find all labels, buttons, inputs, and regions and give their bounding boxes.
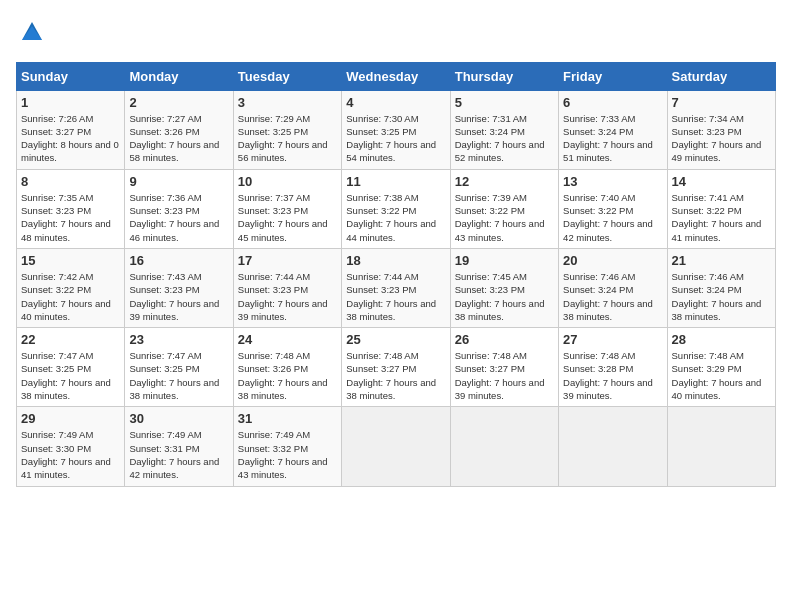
day-info: Sunrise: 7:42 AMSunset: 3:22 PMDaylight:… (21, 270, 120, 323)
calendar-day-cell: 15Sunrise: 7:42 AMSunset: 3:22 PMDayligh… (17, 248, 125, 327)
day-of-week-header: Wednesday (342, 62, 450, 90)
day-number: 18 (346, 253, 445, 268)
day-info: Sunrise: 7:34 AMSunset: 3:23 PMDaylight:… (672, 112, 771, 165)
calendar-week-row: 1Sunrise: 7:26 AMSunset: 3:27 PMDaylight… (17, 90, 776, 169)
calendar-day-cell: 13Sunrise: 7:40 AMSunset: 3:22 PMDayligh… (559, 169, 667, 248)
day-number: 24 (238, 332, 337, 347)
day-number: 6 (563, 95, 662, 110)
calendar-day-cell: 1Sunrise: 7:26 AMSunset: 3:27 PMDaylight… (17, 90, 125, 169)
day-number: 12 (455, 174, 554, 189)
calendar-day-cell: 22Sunrise: 7:47 AMSunset: 3:25 PMDayligh… (17, 328, 125, 407)
day-number: 30 (129, 411, 228, 426)
logo-icon (18, 16, 46, 44)
calendar-day-cell (450, 407, 558, 486)
day-info: Sunrise: 7:48 AMSunset: 3:28 PMDaylight:… (563, 349, 662, 402)
calendar-day-cell: 6Sunrise: 7:33 AMSunset: 3:24 PMDaylight… (559, 90, 667, 169)
day-number: 31 (238, 411, 337, 426)
day-number: 8 (21, 174, 120, 189)
day-info: Sunrise: 7:43 AMSunset: 3:23 PMDaylight:… (129, 270, 228, 323)
day-info: Sunrise: 7:38 AMSunset: 3:22 PMDaylight:… (346, 191, 445, 244)
svg-marker-1 (22, 26, 42, 40)
day-number: 9 (129, 174, 228, 189)
calendar-day-cell: 8Sunrise: 7:35 AMSunset: 3:23 PMDaylight… (17, 169, 125, 248)
day-info: Sunrise: 7:33 AMSunset: 3:24 PMDaylight:… (563, 112, 662, 165)
day-number: 16 (129, 253, 228, 268)
day-info: Sunrise: 7:39 AMSunset: 3:22 PMDaylight:… (455, 191, 554, 244)
day-info: Sunrise: 7:48 AMSunset: 3:26 PMDaylight:… (238, 349, 337, 402)
day-number: 13 (563, 174, 662, 189)
day-info: Sunrise: 7:29 AMSunset: 3:25 PMDaylight:… (238, 112, 337, 165)
day-info: Sunrise: 7:37 AMSunset: 3:23 PMDaylight:… (238, 191, 337, 244)
day-info: Sunrise: 7:48 AMSunset: 3:27 PMDaylight:… (346, 349, 445, 402)
calendar-day-cell: 11Sunrise: 7:38 AMSunset: 3:22 PMDayligh… (342, 169, 450, 248)
day-of-week-header: Friday (559, 62, 667, 90)
calendar-week-row: 22Sunrise: 7:47 AMSunset: 3:25 PMDayligh… (17, 328, 776, 407)
day-number: 3 (238, 95, 337, 110)
day-info: Sunrise: 7:45 AMSunset: 3:23 PMDaylight:… (455, 270, 554, 323)
calendar-day-cell: 19Sunrise: 7:45 AMSunset: 3:23 PMDayligh… (450, 248, 558, 327)
day-number: 22 (21, 332, 120, 347)
calendar-day-cell: 17Sunrise: 7:44 AMSunset: 3:23 PMDayligh… (233, 248, 341, 327)
calendar-week-row: 29Sunrise: 7:49 AMSunset: 3:30 PMDayligh… (17, 407, 776, 486)
day-info: Sunrise: 7:47 AMSunset: 3:25 PMDaylight:… (129, 349, 228, 402)
calendar-day-cell (559, 407, 667, 486)
calendar-day-cell: 14Sunrise: 7:41 AMSunset: 3:22 PMDayligh… (667, 169, 775, 248)
calendar-day-cell: 9Sunrise: 7:36 AMSunset: 3:23 PMDaylight… (125, 169, 233, 248)
day-number: 7 (672, 95, 771, 110)
day-number: 10 (238, 174, 337, 189)
day-number: 11 (346, 174, 445, 189)
calendar-table: SundayMondayTuesdayWednesdayThursdayFrid… (16, 62, 776, 487)
day-info: Sunrise: 7:46 AMSunset: 3:24 PMDaylight:… (672, 270, 771, 323)
day-info: Sunrise: 7:35 AMSunset: 3:23 PMDaylight:… (21, 191, 120, 244)
day-info: Sunrise: 7:27 AMSunset: 3:26 PMDaylight:… (129, 112, 228, 165)
calendar-day-cell: 10Sunrise: 7:37 AMSunset: 3:23 PMDayligh… (233, 169, 341, 248)
day-number: 25 (346, 332, 445, 347)
day-info: Sunrise: 7:48 AMSunset: 3:29 PMDaylight:… (672, 349, 771, 402)
day-info: Sunrise: 7:44 AMSunset: 3:23 PMDaylight:… (238, 270, 337, 323)
calendar-body: 1Sunrise: 7:26 AMSunset: 3:27 PMDaylight… (17, 90, 776, 486)
calendar-day-cell: 30Sunrise: 7:49 AMSunset: 3:31 PMDayligh… (125, 407, 233, 486)
page-header (16, 16, 776, 50)
day-info: Sunrise: 7:46 AMSunset: 3:24 PMDaylight:… (563, 270, 662, 323)
day-of-week-header: Saturday (667, 62, 775, 90)
calendar-day-cell: 18Sunrise: 7:44 AMSunset: 3:23 PMDayligh… (342, 248, 450, 327)
calendar-week-row: 15Sunrise: 7:42 AMSunset: 3:22 PMDayligh… (17, 248, 776, 327)
day-number: 2 (129, 95, 228, 110)
day-info: Sunrise: 7:49 AMSunset: 3:30 PMDaylight:… (21, 428, 120, 481)
day-of-week-header: Monday (125, 62, 233, 90)
day-number: 29 (21, 411, 120, 426)
day-number: 23 (129, 332, 228, 347)
day-info: Sunrise: 7:49 AMSunset: 3:32 PMDaylight:… (238, 428, 337, 481)
day-number: 21 (672, 253, 771, 268)
calendar-day-cell: 21Sunrise: 7:46 AMSunset: 3:24 PMDayligh… (667, 248, 775, 327)
day-of-week-header: Tuesday (233, 62, 341, 90)
calendar-day-cell: 2Sunrise: 7:27 AMSunset: 3:26 PMDaylight… (125, 90, 233, 169)
calendar-header-row: SundayMondayTuesdayWednesdayThursdayFrid… (17, 62, 776, 90)
logo (16, 16, 46, 50)
day-info: Sunrise: 7:30 AMSunset: 3:25 PMDaylight:… (346, 112, 445, 165)
day-info: Sunrise: 7:49 AMSunset: 3:31 PMDaylight:… (129, 428, 228, 481)
calendar-day-cell (667, 407, 775, 486)
day-number: 5 (455, 95, 554, 110)
day-number: 1 (21, 95, 120, 110)
day-of-week-header: Thursday (450, 62, 558, 90)
calendar-day-cell: 29Sunrise: 7:49 AMSunset: 3:30 PMDayligh… (17, 407, 125, 486)
calendar-day-cell: 25Sunrise: 7:48 AMSunset: 3:27 PMDayligh… (342, 328, 450, 407)
day-number: 17 (238, 253, 337, 268)
day-number: 20 (563, 253, 662, 268)
day-info: Sunrise: 7:47 AMSunset: 3:25 PMDaylight:… (21, 349, 120, 402)
day-number: 4 (346, 95, 445, 110)
day-number: 14 (672, 174, 771, 189)
calendar-day-cell: 26Sunrise: 7:48 AMSunset: 3:27 PMDayligh… (450, 328, 558, 407)
day-info: Sunrise: 7:48 AMSunset: 3:27 PMDaylight:… (455, 349, 554, 402)
day-number: 28 (672, 332, 771, 347)
calendar-day-cell: 23Sunrise: 7:47 AMSunset: 3:25 PMDayligh… (125, 328, 233, 407)
calendar-day-cell: 4Sunrise: 7:30 AMSunset: 3:25 PMDaylight… (342, 90, 450, 169)
day-info: Sunrise: 7:31 AMSunset: 3:24 PMDaylight:… (455, 112, 554, 165)
calendar-day-cell: 12Sunrise: 7:39 AMSunset: 3:22 PMDayligh… (450, 169, 558, 248)
calendar-day-cell: 28Sunrise: 7:48 AMSunset: 3:29 PMDayligh… (667, 328, 775, 407)
day-number: 26 (455, 332, 554, 347)
day-info: Sunrise: 7:36 AMSunset: 3:23 PMDaylight:… (129, 191, 228, 244)
calendar-day-cell: 7Sunrise: 7:34 AMSunset: 3:23 PMDaylight… (667, 90, 775, 169)
day-info: Sunrise: 7:26 AMSunset: 3:27 PMDaylight:… (21, 112, 120, 165)
